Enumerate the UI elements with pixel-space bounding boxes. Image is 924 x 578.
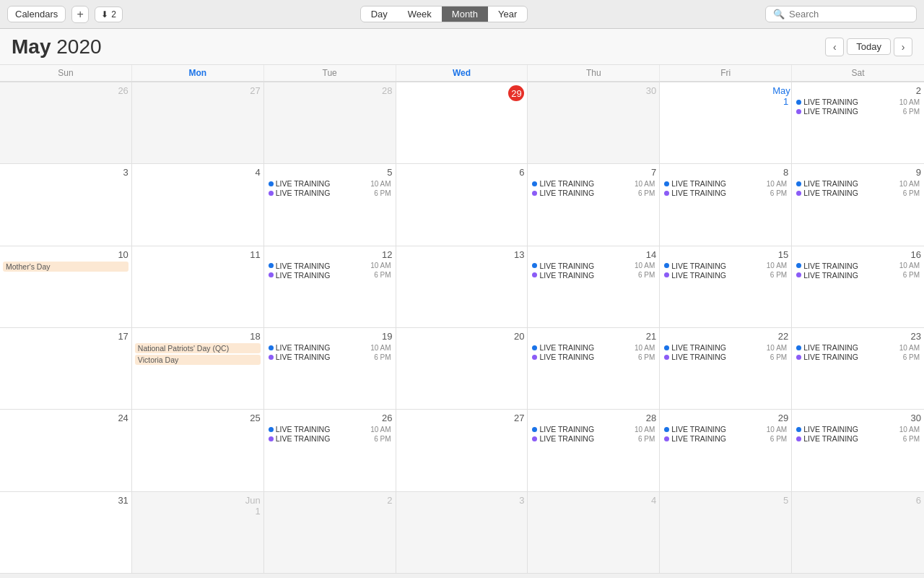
event[interactable]: LIVE TRAINING6 PM — [267, 434, 393, 443]
day-cell[interactable]: 8LIVE TRAINING10 AMLIVE TRAINING6 PM — [660, 164, 792, 246]
event[interactable]: LIVE TRAINING10 AM — [267, 425, 393, 434]
event-label: LIVE TRAINING — [276, 189, 372, 197]
event[interactable]: LIVE TRAINING10 AM — [267, 179, 393, 188]
all-day-event[interactable]: National Patriots' Day (QC) — [135, 343, 261, 353]
event[interactable]: LIVE TRAINING10 AM — [795, 262, 921, 270]
next-button[interactable]: › — [894, 38, 912, 56]
event-time: 10 AM — [899, 344, 920, 352]
event[interactable]: LIVE TRAINING6 PM — [267, 189, 393, 197]
event[interactable]: LIVE TRAINING6 PM — [531, 353, 656, 361]
all-day-event[interactable]: Victoria Day — [135, 355, 261, 365]
day-cell[interactable]: 30LIVE TRAINING10 AMLIVE TRAINING6 PM — [792, 410, 924, 491]
event[interactable]: LIVE TRAINING6 PM — [663, 434, 788, 443]
day-cell[interactable]: 2 — [264, 492, 396, 574]
event[interactable]: LIVE TRAINING6 PM — [795, 189, 921, 197]
event[interactable]: LIVE TRAINING6 PM — [531, 189, 656, 197]
event[interactable]: LIVE TRAINING6 PM — [663, 271, 788, 280]
day-cell[interactable]: 7LIVE TRAINING10 AMLIVE TRAINING6 PM — [528, 164, 660, 246]
day-cell[interactable]: 20 — [396, 328, 528, 410]
day-cell[interactable]: May 1 — [660, 82, 792, 164]
day-cell[interactable]: 4 — [132, 164, 264, 246]
event[interactable]: LIVE TRAINING10 AM — [795, 343, 921, 352]
day-cell[interactable]: 5LIVE TRAINING10 AMLIVE TRAINING6 PM — [264, 164, 396, 246]
day-cell[interactable]: 17 — [0, 328, 132, 410]
event[interactable]: LIVE TRAINING10 AM — [795, 98, 921, 106]
day-cell[interactable]: 9LIVE TRAINING10 AMLIVE TRAINING6 PM — [792, 164, 924, 246]
event-label: LIVE TRAINING — [803, 434, 901, 443]
event[interactable]: LIVE TRAINING10 AM — [663, 425, 788, 434]
day-cell[interactable]: 2LIVE TRAINING10 AMLIVE TRAINING6 PM — [792, 82, 924, 164]
event[interactable]: LIVE TRAINING10 AM — [531, 425, 656, 434]
event-dot — [532, 272, 537, 277]
event-dot — [532, 436, 537, 441]
day-cell[interactable]: 30 — [528, 82, 660, 164]
event-dot — [664, 427, 669, 432]
event[interactable]: LIVE TRAINING10 AM — [663, 179, 788, 188]
calendars-button[interactable]: Calendars — [7, 6, 66, 22]
add-button[interactable]: + — [71, 6, 89, 23]
event[interactable]: LIVE TRAINING6 PM — [531, 434, 656, 443]
day-cell[interactable]: 22LIVE TRAINING10 AMLIVE TRAINING6 PM — [660, 328, 792, 410]
day-cell[interactable]: 29LIVE TRAINING10 AMLIVE TRAINING6 PM — [660, 410, 792, 491]
day-cell[interactable]: 12LIVE TRAINING10 AMLIVE TRAINING6 PM — [264, 246, 396, 328]
event[interactable]: LIVE TRAINING10 AM — [795, 425, 921, 434]
search-input[interactable] — [789, 9, 897, 20]
event[interactable]: LIVE TRAINING6 PM — [795, 353, 921, 361]
notifications-button[interactable]: ⬇ 2 — [95, 7, 123, 22]
event[interactable]: LIVE TRAINING6 PM — [663, 353, 788, 361]
all-day-event[interactable]: Mother's Day — [3, 262, 128, 272]
event[interactable]: LIVE TRAINING10 AM — [531, 343, 656, 352]
day-cell[interactable]: 27 — [396, 410, 528, 491]
day-cell[interactable]: 26LIVE TRAINING10 AMLIVE TRAINING6 PM — [264, 410, 396, 491]
day-cell[interactable]: 10Mother's Day — [0, 246, 132, 328]
day-cell[interactable]: 21LIVE TRAINING10 AMLIVE TRAINING6 PM — [528, 328, 660, 410]
event[interactable]: LIVE TRAINING10 AM — [663, 343, 788, 352]
day-cell[interactable]: 23LIVE TRAINING10 AMLIVE TRAINING6 PM — [792, 328, 924, 410]
day-cell[interactable]: 13 — [396, 246, 528, 328]
day-cell[interactable]: 19LIVE TRAINING10 AMLIVE TRAINING6 PM — [264, 328, 396, 410]
event[interactable]: LIVE TRAINING6 PM — [795, 434, 921, 443]
event[interactable]: LIVE TRAINING6 PM — [531, 271, 656, 280]
event-time: 6 PM — [770, 189, 787, 197]
day-cell[interactable]: 24 — [0, 410, 132, 491]
day-cell[interactable]: 4 — [528, 492, 660, 574]
day-cell[interactable]: 15LIVE TRAINING10 AMLIVE TRAINING6 PM — [660, 246, 792, 328]
day-cell[interactable]: 29 — [396, 82, 528, 164]
event[interactable]: LIVE TRAINING10 AM — [267, 262, 393, 270]
day-cell[interactable]: Jun 1 — [132, 492, 264, 574]
event-time: 6 PM — [638, 189, 655, 197]
event-time: 10 AM — [370, 426, 391, 434]
view-week-button[interactable]: Week — [398, 7, 442, 22]
view-day-button[interactable]: Day — [361, 7, 398, 22]
day-cell[interactable]: 28LIVE TRAINING10 AMLIVE TRAINING6 PM — [528, 410, 660, 491]
event[interactable]: LIVE TRAINING6 PM — [795, 271, 921, 280]
day-cell[interactable]: 27 — [132, 82, 264, 164]
day-cell[interactable]: 5 — [660, 492, 792, 574]
event-time: 10 AM — [767, 344, 787, 352]
day-cell[interactable]: 11 — [132, 246, 264, 328]
today-button[interactable]: Today — [847, 38, 891, 55]
day-cell[interactable]: 14LIVE TRAINING10 AMLIVE TRAINING6 PM — [528, 246, 660, 328]
event[interactable]: LIVE TRAINING6 PM — [795, 107, 921, 116]
event[interactable]: LIVE TRAINING10 AM — [663, 262, 788, 270]
event[interactable]: LIVE TRAINING10 AM — [531, 262, 656, 270]
event[interactable]: LIVE TRAINING6 PM — [663, 189, 788, 197]
event[interactable]: LIVE TRAINING10 AM — [531, 179, 656, 188]
day-cell[interactable]: 3 — [0, 164, 132, 246]
event[interactable]: LIVE TRAINING6 PM — [267, 271, 393, 280]
view-month-button[interactable]: Month — [442, 7, 488, 22]
day-cell[interactable]: 6 — [792, 492, 924, 574]
day-cell[interactable]: 28 — [264, 82, 396, 164]
event[interactable]: LIVE TRAINING6 PM — [267, 353, 393, 361]
day-cell[interactable]: 6 — [396, 164, 528, 246]
event[interactable]: LIVE TRAINING10 AM — [795, 179, 921, 188]
day-cell[interactable]: 3 — [396, 492, 528, 574]
day-cell[interactable]: 18National Patriots' Day (QC)Victoria Da… — [132, 328, 264, 410]
day-cell[interactable]: 25 — [132, 410, 264, 491]
prev-button[interactable]: ‹ — [825, 38, 844, 56]
day-cell[interactable]: 31 — [0, 492, 132, 574]
view-year-button[interactable]: Year — [488, 7, 527, 22]
day-cell[interactable]: 26 — [0, 82, 132, 164]
event[interactable]: LIVE TRAINING10 AM — [267, 343, 393, 352]
day-cell[interactable]: 16LIVE TRAINING10 AMLIVE TRAINING6 PM — [792, 246, 924, 328]
